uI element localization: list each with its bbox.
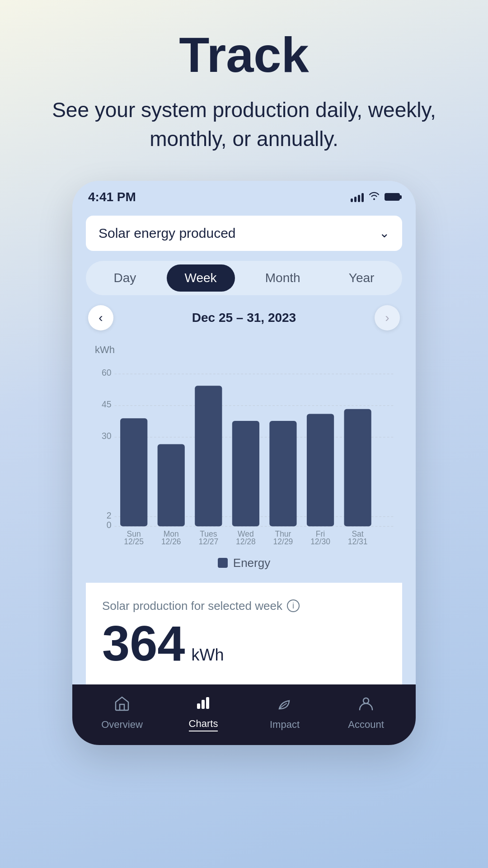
chart-inner: 60 45 30 2 0: [90, 358, 398, 548]
phone-mockup: 4:41 PM Solar energy produced ⌄: [72, 181, 416, 745]
legend-dot-energy: [218, 558, 228, 568]
production-value: 364 kWh: [102, 618, 386, 668]
nav-item-overview[interactable]: Overview: [81, 695, 163, 731]
tab-week[interactable]: Week: [167, 264, 235, 292]
chart-wrapper: kWh 60 45 30 2 0: [86, 340, 402, 578]
svg-text:12/29: 12/29: [273, 537, 293, 546]
nav-item-charts[interactable]: Charts: [163, 694, 244, 731]
previous-period-button[interactable]: ‹: [88, 305, 113, 330]
bottom-nav: Overview Charts Impact: [72, 684, 416, 745]
svg-text:12/26: 12/26: [161, 537, 181, 546]
svg-text:30: 30: [102, 431, 112, 441]
nav-label-overview: Overview: [101, 719, 143, 731]
phone-content: Solar energy produced ⌄ Day Week Month Y…: [72, 209, 416, 684]
svg-rect-15: [307, 414, 334, 526]
tab-year[interactable]: Year: [331, 264, 393, 292]
svg-text:60: 60: [102, 368, 112, 377]
tab-day[interactable]: Day: [96, 264, 155, 292]
status-bar: 4:41 PM: [72, 181, 416, 209]
battery-icon: [385, 193, 400, 201]
chevron-down-icon: ⌄: [379, 226, 389, 241]
svg-text:12/28: 12/28: [236, 537, 256, 546]
chart-area: kWh 60 45 30 2 0: [90, 344, 398, 548]
legend-label-energy: Energy: [233, 556, 270, 570]
svg-rect-12: [195, 386, 222, 526]
svg-point-34: [363, 698, 369, 703]
svg-text:45: 45: [102, 399, 112, 409]
leaf-icon: [277, 695, 293, 715]
bar-chart: 60 45 30 2 0: [90, 358, 398, 548]
svg-text:12/27: 12/27: [198, 537, 218, 546]
nav-label-charts: Charts: [189, 718, 218, 731]
svg-rect-32: [202, 700, 205, 709]
dropdown-label: Solar energy produced: [99, 226, 236, 241]
production-unit: kWh: [192, 646, 224, 665]
production-label: Solar production for selected week i: [102, 599, 386, 613]
svg-rect-33: [206, 697, 209, 709]
nav-item-impact[interactable]: Impact: [244, 695, 325, 731]
svg-rect-16: [344, 409, 371, 526]
dropdown-selector[interactable]: Solar energy produced ⌄: [86, 216, 402, 251]
y-axis-label: kWh: [90, 344, 398, 356]
page-title: Track: [36, 27, 452, 82]
status-icons: [351, 191, 400, 203]
header-section: Track See your system production daily, …: [0, 0, 488, 172]
svg-text:12/25: 12/25: [124, 537, 144, 546]
nav-label-impact: Impact: [270, 719, 300, 731]
period-tabs: Day Week Month Year: [86, 261, 402, 295]
svg-rect-31: [197, 703, 200, 709]
status-time: 4:41 PM: [88, 190, 136, 204]
date-navigation: ‹ Dec 25 – 31, 2023 ›: [86, 305, 402, 330]
home-icon: [114, 695, 130, 715]
svg-rect-13: [232, 421, 259, 526]
chart-icon: [195, 694, 211, 714]
svg-text:12/31: 12/31: [348, 537, 368, 546]
nav-label-account: Account: [348, 719, 384, 731]
production-section: Solar production for selected week i 364…: [86, 583, 402, 684]
date-range: Dec 25 – 31, 2023: [192, 311, 296, 325]
chart-legend: Energy: [90, 548, 398, 578]
info-icon[interactable]: i: [287, 599, 300, 612]
production-number: 364: [102, 618, 185, 668]
svg-rect-14: [269, 421, 296, 526]
page-subtitle: See your system production daily, weekly…: [36, 95, 452, 154]
nav-item-account[interactable]: Account: [325, 695, 407, 731]
tab-month[interactable]: Month: [247, 264, 319, 292]
person-icon: [358, 695, 374, 715]
signal-bars-icon: [351, 192, 364, 202]
wifi-icon: [368, 191, 380, 203]
svg-text:2: 2: [107, 510, 112, 520]
svg-text:12/30: 12/30: [310, 537, 330, 546]
next-period-button[interactable]: ›: [375, 305, 400, 330]
svg-rect-11: [158, 444, 185, 526]
svg-text:0: 0: [107, 520, 112, 530]
svg-rect-10: [120, 418, 147, 526]
